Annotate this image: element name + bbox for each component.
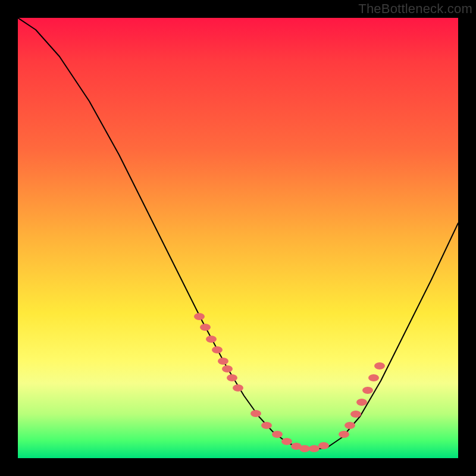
marker-dot <box>345 422 355 429</box>
marker-dot <box>218 358 228 365</box>
marker-dot <box>200 324 211 331</box>
marker-dot <box>309 445 320 452</box>
marker-layer <box>194 313 385 452</box>
marker-dot <box>272 431 283 438</box>
marker-dot <box>356 399 367 406</box>
marker-dot <box>368 374 379 381</box>
marker-dot <box>261 422 272 429</box>
marker-dot <box>194 313 205 320</box>
marker-dot <box>339 431 349 438</box>
marker-dot <box>350 411 361 418</box>
marker-dot <box>362 387 373 394</box>
marker-dot <box>299 445 310 452</box>
marker-dot <box>233 384 243 392</box>
chart-svg <box>18 18 458 458</box>
watermark-label: TheBottleneck.com <box>358 1 472 17</box>
marker-dot <box>281 438 292 445</box>
marker-dot <box>374 362 385 369</box>
marker-dot <box>250 410 261 417</box>
marker-dot <box>222 365 233 372</box>
marker-dot <box>318 442 329 449</box>
marker-dot <box>227 374 237 381</box>
chart-frame <box>18 18 458 458</box>
marker-dot <box>212 346 223 353</box>
marker-dot <box>206 336 217 343</box>
